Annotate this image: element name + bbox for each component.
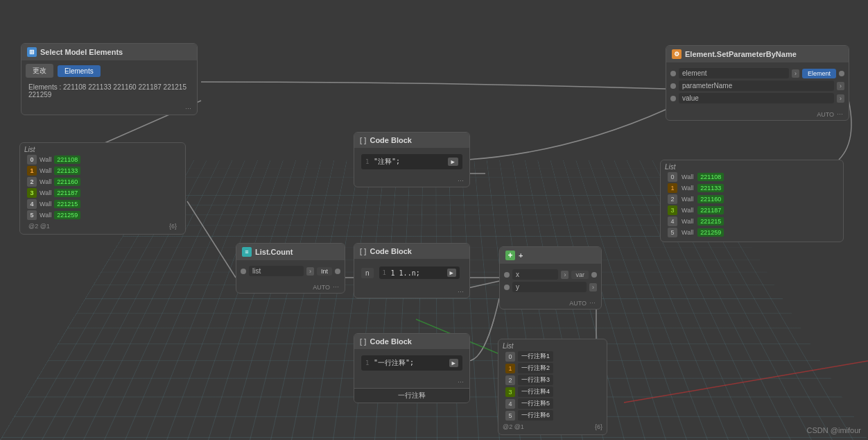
list-item: 5 一行注释6 xyxy=(505,410,600,421)
list-count-title: List.Count xyxy=(255,248,293,256)
list-left-header: List xyxy=(24,146,181,153)
code-area-bot[interactable]: 1 "一行注释"; ▶ xyxy=(361,355,462,371)
code-block-bot-node: [ ] Code Block 1 "一行注释"; ▶ ⋯ 一行注释 xyxy=(354,333,470,403)
code-block-bot-header: [ ] Code Block xyxy=(354,334,469,349)
list-node-bot: List 0 一行注释1 1 一行注释2 2 一行注释3 3 一行注释4 4 一… xyxy=(498,339,607,435)
list-item: 0 Wall 221108 xyxy=(668,172,836,182)
run-arrow-bot[interactable]: ▶ xyxy=(449,359,458,367)
list-item: 3 Wall 221187 xyxy=(27,188,178,198)
auto-label-plus: AUTO xyxy=(569,300,587,307)
auto-label-lc: AUTO xyxy=(313,284,330,291)
list-item: 0 一行注释1 xyxy=(505,351,600,362)
list-item: 1 一行注释2 xyxy=(505,363,600,373)
list-item: 4 一行注释5 xyxy=(505,398,600,409)
list-item: 5 Wall 221259 xyxy=(668,228,836,237)
more-icon-plus[interactable]: ⋯ xyxy=(589,300,596,307)
code-block-mid-header: [ ] Code Block xyxy=(354,244,469,259)
list-item: 3 Wall 221187 xyxy=(668,205,836,215)
x-port-row: x › var xyxy=(504,269,597,280)
code-area-mid[interactable]: 1 1 1..n; ▶ xyxy=(379,266,460,279)
code-block-bot-title: Code Block xyxy=(370,337,412,346)
select-model-icon: ⊞ xyxy=(27,47,37,57)
element-set-title: Element.SetParameterByName xyxy=(685,50,797,58)
element-set-header: ⚙ Element.SetParameterByName xyxy=(666,46,849,62)
more-icon-lc[interactable]: ⋯ xyxy=(333,284,339,291)
svg-line-9 xyxy=(468,281,499,288)
select-model-title: Select Model Elements xyxy=(40,48,123,56)
more-icon[interactable]: ⋯ xyxy=(185,105,191,112)
run-arrow[interactable]: ▶ xyxy=(448,158,458,166)
y-port-row: y › xyxy=(504,282,597,292)
port-right-dot xyxy=(335,269,340,274)
list-count-icon: ≡ xyxy=(242,247,252,257)
list-item: 1 Wall 221133 xyxy=(27,166,178,176)
more-icon-cb-mid[interactable]: ⋯ xyxy=(458,289,464,296)
list-right-header: List xyxy=(665,163,839,171)
list-left-footer: @2 @1 {6} xyxy=(24,221,181,231)
code-area-top[interactable]: 1 "注释"; ▶ xyxy=(361,154,462,169)
list-item: 5 Wall 221259 xyxy=(27,210,178,220)
code-block-top-title: Code Block xyxy=(370,136,412,144)
element-output-btn[interactable]: Element xyxy=(802,69,836,78)
var-output: var xyxy=(571,271,589,279)
int-output: Int xyxy=(317,267,332,276)
watermark: CSDN @imifour xyxy=(807,426,861,434)
more-icon-cb-top[interactable]: ⋯ xyxy=(458,178,464,185)
element-port-row: element › Element xyxy=(670,68,844,78)
list-port-row: list › Int xyxy=(241,266,340,276)
run-arrow-mid[interactable]: ▶ xyxy=(447,269,456,277)
svg-line-1 xyxy=(187,201,236,278)
code-block-top-node: [ ] Code Block 1 "注释"; ▶ ⋯ xyxy=(354,132,470,187)
element-set-icon: ⚙ xyxy=(672,49,682,59)
element-set-node: ⚙ Element.SetParameterByName element › E… xyxy=(666,45,849,121)
list-count-node: ≡ List.Count list › Int AUTO ⋯ xyxy=(236,243,345,294)
plus-icon: + xyxy=(505,251,515,260)
more-icon-cb-bot[interactable]: ⋯ xyxy=(458,379,464,386)
auto-label-es: AUTO xyxy=(817,111,834,118)
code-block-top-header: [ ] Code Block xyxy=(354,133,469,148)
param-name-port-row: parameterName › xyxy=(670,81,844,91)
n-input: n xyxy=(361,268,374,278)
list-item: 2 Wall 221160 xyxy=(668,194,836,204)
port-left-dot xyxy=(241,269,246,274)
select-model-node: ⊞ Select Model Elements 更改 Elements Elem… xyxy=(21,43,198,115)
plus-header: + + xyxy=(500,247,601,264)
svg-line-7 xyxy=(624,361,868,403)
elements-text: Elements : 221108 221133 221160 221187 2… xyxy=(26,82,193,100)
elements-button[interactable]: Elements xyxy=(58,65,101,77)
select-model-header: ⊞ Select Model Elements xyxy=(21,44,197,60)
value-port-row: value › xyxy=(670,93,844,103)
list-node-right: List 0 Wall 221108 1 Wall 221133 2 Wall … xyxy=(660,160,844,242)
plus-title: + xyxy=(519,251,523,260)
list-count-header: ≡ List.Count xyxy=(236,244,345,260)
list-bot-footer: @2 @1 {6} xyxy=(503,422,602,432)
list-item: 2 Wall 221160 xyxy=(27,177,178,187)
list-item: 1 Wall 221133 xyxy=(668,183,836,193)
code-block-mid-node: [ ] Code Block n 1 1 1..n; ▶ ⋯ xyxy=(354,243,470,298)
list-item: 0 Wall 221108 xyxy=(27,155,178,164)
list-bot-header: List xyxy=(503,342,602,350)
list-item: 4 Wall 221215 xyxy=(668,217,836,226)
list-node-left: List 0 Wall 221108 1 Wall 221133 2 Wall … xyxy=(19,142,186,235)
output-label-bot: 一行注释 xyxy=(354,388,469,403)
more-icon-es[interactable]: ⋯ xyxy=(837,111,843,118)
code-block-mid-title: Code Block xyxy=(370,247,412,255)
list-item: 4 Wall 221215 xyxy=(27,199,178,209)
plus-node: + + x › var y › AUTO ⋯ xyxy=(499,246,602,310)
update-button[interactable]: 更改 xyxy=(26,64,53,78)
list-item: 2 一行注释3 xyxy=(505,375,600,385)
list-item: 3 一行注释4 xyxy=(505,387,600,397)
